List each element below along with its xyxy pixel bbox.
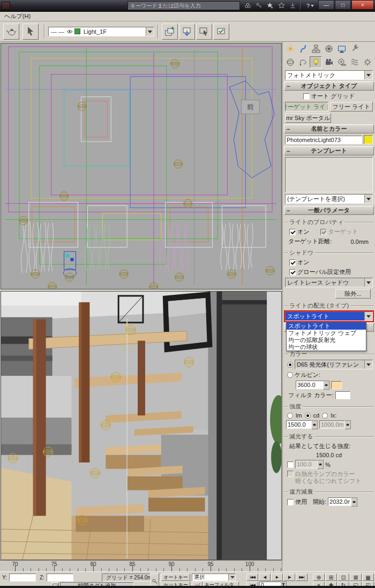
chevron-down-icon[interactable] (364, 195, 372, 203)
modify-tab-icon[interactable] (297, 43, 309, 55)
option-photometric-web[interactable]: フォトメトリック ウェブ (287, 330, 366, 337)
display-tab-icon[interactable] (335, 43, 348, 55)
kelvin-radio[interactable] (287, 372, 293, 378)
rollout-general-params[interactable]: − 一般パラメータ (284, 206, 374, 215)
motion-tab-icon[interactable] (322, 43, 335, 55)
cameras-icon[interactable] (322, 56, 335, 68)
dimming-checkbox[interactable] (287, 462, 294, 468)
global-settings-checkbox[interactable] (289, 269, 296, 276)
systems-icon[interactable] (361, 56, 373, 68)
light-name-field[interactable] (285, 136, 362, 144)
d65-radio[interactable] (287, 362, 293, 368)
menu-help[interactable]: ヘルプ(H) (0, 12, 35, 21)
target-light-button[interactable]: ターゲット ライト (285, 102, 328, 111)
y-coordinate-field[interactable] (9, 574, 36, 582)
kelvin-field[interactable] (296, 381, 324, 389)
spinner-arrows[interactable] (324, 381, 329, 390)
select-cursor-icon-button[interactable] (22, 24, 39, 40)
create-tab-icon[interactable] (284, 43, 296, 55)
light-on-checkbox[interactable] (289, 229, 296, 235)
rollout-object-type[interactable]: − オブジェクト タイプ (284, 81, 374, 91)
chevron-down-icon[interactable] (364, 71, 372, 79)
viewport-perspective[interactable] (1, 291, 282, 560)
object-color-swatch[interactable] (364, 135, 373, 144)
utilities-tab-icon[interactable] (348, 43, 361, 55)
lm-radio[interactable] (287, 413, 293, 419)
cd-spinner[interactable] (286, 420, 318, 429)
option-uniform-spherical[interactable]: 均一の球状 (287, 344, 366, 351)
option-uniform-diffuse[interactable]: 均一の拡散反射光 (287, 337, 366, 344)
chevron-down-icon[interactable] (364, 312, 372, 321)
chevron-down-icon[interactable] (364, 360, 372, 369)
light-category-dropdown[interactable]: フォトメトリック (285, 70, 373, 80)
viewport-front[interactable]: 前 (1, 43, 282, 289)
hierarchy-tab-icon[interactable] (310, 43, 322, 55)
spinner-arrows[interactable] (318, 460, 324, 469)
search-input[interactable] (128, 3, 239, 9)
favorites-add-icon[interactable] (265, 1, 275, 10)
kelvin-color-swatch[interactable] (331, 381, 342, 389)
light-distribution-dropdown[interactable]: スポットライト (285, 311, 373, 321)
free-light-button[interactable]: フリー ライト (330, 102, 373, 111)
previous-frame-button[interactable]: ◀| (259, 574, 271, 581)
space-warps-icon[interactable] (348, 56, 361, 68)
keyword-key-icon[interactable] (253, 1, 264, 10)
zoom-extents-all-icon[interactable]: ⊠ (350, 574, 362, 581)
viewport-label-front[interactable]: 前 (241, 100, 259, 114)
create-new-layer-button[interactable] (162, 24, 178, 40)
communication-center-icon[interactable] (287, 1, 298, 10)
zoom-extents-icon[interactable]: ⊡ (338, 574, 349, 581)
cd-field[interactable] (286, 420, 312, 429)
chevron-down-icon[interactable] (146, 27, 154, 36)
incandescent-checkbox[interactable] (287, 471, 294, 477)
z-coordinate-field[interactable] (47, 574, 73, 582)
auto-key-button[interactable]: オートキー (161, 574, 190, 581)
dimming-percent-field[interactable] (295, 460, 318, 468)
spinner-arrows[interactable] (345, 420, 351, 429)
lx-distance-field[interactable] (319, 420, 345, 429)
helpers-icon[interactable] (335, 56, 348, 68)
shadow-type-dropdown[interactable]: レイトレース シャドウ (285, 278, 373, 287)
next-frame-button[interactable]: |▶ (283, 574, 295, 581)
close-button[interactable]: × (351, 0, 374, 10)
exclude-button[interactable]: 除外... (335, 289, 371, 299)
rollout-template[interactable]: − テンプレート (284, 146, 374, 155)
spinner-arrows[interactable] (351, 497, 357, 507)
option-spotlight[interactable]: スポットライト (287, 323, 366, 330)
shapes-icon[interactable] (297, 56, 309, 68)
chevron-down-icon[interactable] (228, 574, 235, 580)
search-communities-icon[interactable] (242, 1, 253, 10)
layer-selector-dropdown[interactable]: — — Light_1F (48, 27, 154, 36)
far-start-spinner[interactable] (328, 497, 357, 507)
lights-icon[interactable] (310, 56, 322, 68)
geometry-icon[interactable] (284, 56, 296, 68)
far-start-field[interactable] (328, 497, 351, 506)
far-attenuation-use-checkbox[interactable] (287, 499, 294, 505)
favorites-icon[interactable] (276, 1, 287, 10)
kelvin-spinner[interactable] (296, 381, 329, 390)
zoom-icon[interactable]: ⊕ (313, 574, 325, 581)
help-menu-button[interactable]: ? (302, 1, 318, 10)
play-button[interactable]: ▶ (271, 574, 283, 581)
zoom-region-icon[interactable]: ▦ (362, 574, 374, 581)
rollout-name-color[interactable]: − 名前とカラー (284, 124, 374, 133)
minimize-button[interactable]: — (318, 0, 334, 10)
target-checkbox[interactable] (320, 229, 327, 235)
add-selection-to-layer-button[interactable] (179, 24, 195, 40)
autogrid-checkbox[interactable] (303, 93, 310, 100)
shadow-on-checkbox[interactable] (289, 259, 296, 266)
filter-color-swatch[interactable] (335, 391, 350, 399)
set-current-layer-button[interactable] (213, 24, 229, 40)
go-to-start-button[interactable]: |◀◀ (246, 574, 258, 581)
dimming-percent-spinner[interactable] (295, 460, 324, 469)
lx-distance-spinner[interactable] (319, 420, 351, 429)
keying-selection-dropdown[interactable]: 選択 (192, 574, 236, 581)
timeline-ruler[interactable]: 70 75 80 85 90 95 100 (0, 560, 282, 571)
app-icon[interactable] (2, 2, 10, 10)
template-select-dropdown[interactable]: (テンプレートを選択) (285, 194, 373, 204)
mr-sky-portal-button[interactable]: mr Sky ポータル (285, 113, 331, 123)
chevron-down-icon[interactable] (364, 278, 372, 287)
zoom-all-icon[interactable]: ⊞ (325, 574, 337, 581)
maximize-button[interactable]: □ (335, 0, 351, 10)
d65-dropdown[interactable]: D65 発光体(リファレン (295, 360, 373, 369)
